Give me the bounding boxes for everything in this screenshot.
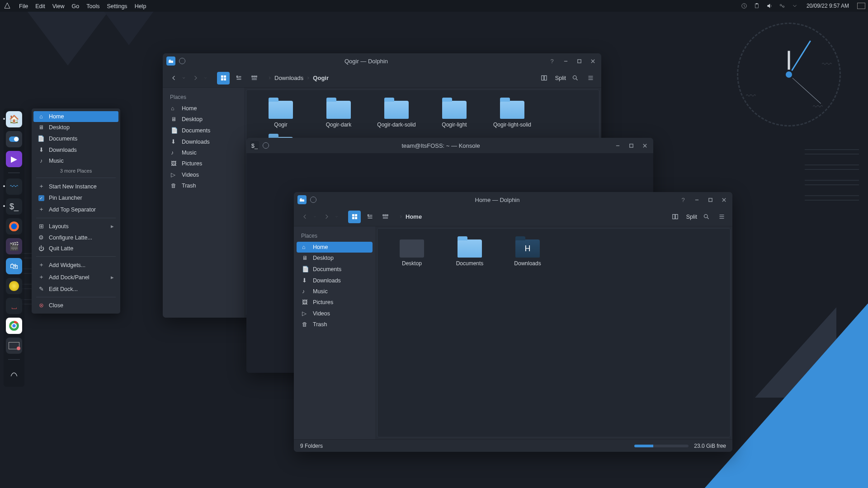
file-view[interactable]: DesktopDocumentsHDownloads [377, 228, 731, 437]
places-item-desktop[interactable]: 🖥Desktop [165, 114, 241, 125]
breadcrumb[interactable]: Home [399, 213, 422, 220]
icons-view-button[interactable] [217, 72, 230, 84]
dock-files-icon[interactable]: 🏠 [6, 111, 22, 127]
maximize-button[interactable] [705, 195, 715, 205]
maximize-button[interactable] [626, 141, 636, 150]
close-button[interactable] [640, 141, 650, 150]
menu-item-music[interactable]: ♪Music [32, 155, 120, 166]
back-history-dropdown[interactable] [181, 72, 186, 84]
dock-app-icon[interactable]: ⎵ [6, 298, 22, 314]
titlebar[interactable]: Qogir — Dolphin ? [163, 53, 601, 69]
network-icon[interactable] [778, 1, 787, 10]
search-button[interactable] [700, 211, 712, 223]
maximize-button[interactable] [574, 56, 584, 66]
updates-icon[interactable] [740, 1, 749, 10]
minimize-button[interactable] [561, 56, 571, 66]
distro-logo-icon[interactable] [3, 1, 12, 10]
show-desktop-button[interactable] [857, 3, 865, 9]
breadcrumb-segment[interactable]: Downloads [274, 75, 303, 81]
details-view-button[interactable] [379, 211, 392, 223]
places-item-downloads[interactable]: ⬇Downloads [297, 275, 373, 286]
back-history-dropdown[interactable] [312, 211, 317, 223]
titlebar[interactable]: Home — Dolphin ? [294, 192, 732, 207]
keep-above-icon[interactable] [310, 197, 316, 203]
split-button[interactable] [538, 72, 551, 84]
places-item-documents[interactable]: 📄Documents [165, 125, 241, 136]
dock-screenshot-icon[interactable] [6, 338, 22, 354]
volume-icon[interactable] [765, 1, 774, 10]
help-icon[interactable]: ? [678, 195, 688, 205]
keep-above-icon[interactable] [179, 58, 185, 64]
file-item[interactable]: Qogir [252, 98, 310, 131]
places-item-videos[interactable]: ▷Videos [165, 169, 241, 180]
menu-edit[interactable]: Edit [32, 1, 49, 11]
titlebar[interactable]: $_ team@ItsFOSS: ~ — Konsole [246, 138, 653, 153]
places-item-documents[interactable]: 📄Documents [297, 263, 373, 275]
close-button[interactable] [719, 195, 729, 205]
menu-item-pin-launcher[interactable]: ✓Pin Launcher [32, 192, 120, 203]
icons-view-button[interactable] [348, 211, 361, 223]
places-item-music[interactable]: ♪Music [165, 147, 241, 158]
menu-item-add-dock-panel[interactable]: ＋Add Dock/Panel▸ [32, 271, 120, 283]
forward-button[interactable] [189, 72, 202, 84]
compact-view-button[interactable] [232, 72, 245, 84]
dock-workspace-icon[interactable] [6, 365, 22, 381]
places-item-trash[interactable]: 🗑Trash [165, 180, 241, 191]
file-item[interactable]: Desktop [383, 237, 441, 269]
dock-discover-icon[interactable]: 🛍 [6, 258, 22, 274]
places-item-music[interactable]: ♪Music [297, 286, 373, 297]
places-item-downloads[interactable]: ⬇Downloads [165, 136, 241, 147]
file-item[interactable]: Documents [441, 237, 499, 269]
menu-item-edit-dock-[interactable]: ✎Edit Dock... [32, 283, 120, 295]
menu-item-layouts[interactable]: ⊞Layouts▸ [32, 221, 120, 232]
dock-terminal-icon[interactable]: $_ [6, 198, 22, 215]
menu-view[interactable]: View [49, 1, 68, 11]
file-item[interactable]: Qogir-light [425, 98, 483, 131]
minimize-button[interactable] [692, 195, 702, 205]
places-item-home[interactable]: ⌂Home [297, 242, 373, 253]
dock-kdenlive-icon[interactable]: 🎬 [6, 238, 22, 254]
more-places-link[interactable]: 3 more Places [32, 166, 120, 175]
menu-item-configure-latte-[interactable]: ⚙Configure Latte... [32, 232, 120, 243]
places-item-pictures[interactable]: 🖼Pictures [297, 297, 373, 308]
file-item[interactable]: HDownloads [499, 237, 557, 269]
file-item[interactable]: Qogir-dark-solid [368, 98, 425, 131]
minimize-button[interactable] [613, 141, 623, 150]
file-item[interactable]: Qogir-light-solid [483, 98, 541, 131]
search-button[interactable] [569, 72, 581, 84]
menu-item-home[interactable]: ⌂Home [33, 111, 118, 122]
menu-item-desktop[interactable]: 🖥Desktop [32, 122, 120, 133]
places-item-videos[interactable]: ▷Videos [297, 308, 373, 319]
dock-disc-icon[interactable] [6, 278, 22, 294]
dock-firefox-icon[interactable] [6, 218, 22, 235]
menu-item-add-top-separator[interactable]: ＋Add Top Separator [32, 203, 120, 216]
forward-history-dropdown[interactable] [203, 72, 208, 84]
menu-settings[interactable]: Settings [103, 1, 131, 11]
menu-item-close[interactable]: ⊗Close [32, 300, 120, 311]
details-view-button[interactable] [248, 72, 260, 84]
compact-view-button[interactable] [363, 211, 376, 223]
menu-help[interactable]: Help [131, 1, 150, 11]
chevron-down-icon[interactable] [790, 1, 799, 10]
clipboard-icon[interactable] [752, 1, 761, 10]
help-icon[interactable]: ? [547, 56, 557, 66]
panel-clock[interactable]: 20/09/22 9:57 AM [802, 3, 854, 9]
menu-item-quit-latte[interactable]: ⏻Quit Latte [32, 243, 120, 254]
places-item-pictures[interactable]: 🖼Pictures [165, 158, 241, 169]
menu-tools[interactable]: Tools [83, 1, 103, 11]
split-button[interactable] [669, 211, 682, 223]
file-item[interactable]: Qogir-dark [310, 98, 368, 131]
places-item-trash[interactable]: 🗑Trash [297, 319, 373, 330]
hamburger-menu-button[interactable] [584, 72, 597, 84]
forward-button[interactable] [320, 211, 333, 223]
breadcrumb[interactable]: Downloads Qogir [268, 75, 329, 81]
menu-item-documents[interactable]: 📄Documents [32, 133, 120, 144]
close-button[interactable] [588, 56, 598, 66]
analog-clock-widget[interactable]: 〰 〰 〰 [737, 23, 841, 127]
dock-chrome-icon[interactable] [6, 318, 22, 334]
breadcrumb-segment[interactable]: Home [406, 213, 422, 220]
places-item-desktop[interactable]: 🖥Desktop [297, 253, 373, 263]
keep-above-icon[interactable] [263, 142, 269, 149]
dock-monitor-icon[interactable]: 〰 [6, 178, 22, 195]
menu-file[interactable]: File [15, 1, 32, 11]
